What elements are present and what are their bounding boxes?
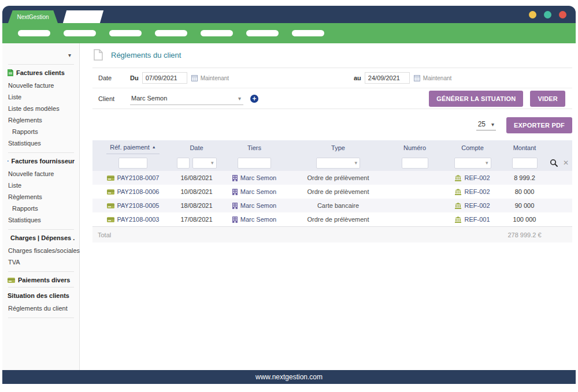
sidebar-item-reglements-du-client[interactable]: Réglements du client [8,303,75,314]
column-header-compte[interactable]: Compte [442,144,503,151]
now-link-to[interactable]: Maintenant [423,75,451,81]
nav-pill[interactable] [64,30,96,36]
client-select[interactable]: Marc Semon ▾ [130,92,243,105]
brand-tab[interactable]: NextGestion [8,10,58,23]
date-to-group: au Maintenant [354,72,451,84]
payment-montant: 80 000 [515,188,535,195]
nav-pill[interactable] [18,30,50,36]
tiers-link[interactable]: Marc Semon [240,202,276,209]
compte-link[interactable]: REF-002 [464,188,490,195]
sidebar-item-rapports-f[interactable]: Rapports [8,203,75,214]
nav-pill[interactable] [109,30,142,36]
window-close-button[interactable] [559,11,566,18]
sidebar-item-statistiques-f[interactable]: Statistiques [8,214,75,226]
column-label: Type [331,144,345,151]
divider [8,64,74,65]
filter-compte-select[interactable]: ▾ [454,158,491,169]
sidebar-item-charges-fiscales[interactable]: Charges fiscales/sociales [8,245,75,256]
nav-pill[interactable] [201,30,233,36]
building-icon [232,203,238,209]
sidebar-item-rapports[interactable]: Rapports [8,126,75,137]
tiers-link[interactable]: Marc Semon [240,216,276,223]
sidebar-item-liste-f[interactable]: Liste [8,180,75,191]
payment-ref-link[interactable]: PAY2108-0007 [117,174,160,181]
sidebar-item-reglements[interactable]: Règlements [8,114,75,126]
export-pdf-button[interactable]: EXPORTER PDF [506,117,572,133]
sidebar-company-select[interactable]: ▾ [8,49,75,61]
window-controls [529,11,566,18]
window-maximize-button[interactable] [544,11,551,18]
now-link-from[interactable]: Maintenant [201,75,229,81]
nav-pill[interactable] [246,30,279,36]
table-toolbar: 25 ▾ EXPORTER PDF [476,117,572,133]
building-icon [232,175,238,181]
sidebar-section-situation-clients[interactable]: Situation des clients [8,292,75,299]
payment-ref-link[interactable]: PAY2108-0005 [117,202,160,209]
column-header-date[interactable]: Date [173,144,220,151]
sidebar-section-factures-fournisseur[interactable]: Factures fournisseur [8,158,75,165]
sidebar-item-reglements-f[interactable]: Règlements [8,191,75,203]
compte-link[interactable]: REF-001 [464,216,490,223]
filter-montant-input[interactable] [512,158,538,169]
sidebar-item-statistiques[interactable]: Statistiques [8,137,75,149]
clear-button[interactable]: VIDER [530,91,565,107]
compte-link[interactable]: REF-002 [464,174,490,181]
date-label: Date [98,74,130,81]
filter-tiers-input[interactable] [238,158,271,169]
column-header-tiers[interactable]: Tiers [220,144,289,151]
column-label: Numéro [403,144,426,151]
chevron-down-icon: ▾ [491,121,494,128]
date-from-input[interactable] [142,72,187,84]
calendar-icon[interactable] [191,75,198,81]
table-filter-row: ▾ ▾ ▾ ✕ [92,155,572,171]
nav-pill[interactable] [155,30,187,36]
table-row[interactable]: PAY2108-0003 17/08/2021 Marc Semon Ordre… [92,212,572,226]
sidebar-item-liste[interactable]: Liste [8,91,75,103]
filter-numero-input[interactable] [402,158,428,169]
table-row[interactable]: PAY2108-0007 16/08/2021 Marc Semon Ordre… [92,171,572,185]
nav-pill[interactable] [292,30,324,36]
column-header-ref[interactable]: Réf. paiement ▲ [92,141,173,154]
sidebar-item-tva[interactable]: TVA [8,256,75,268]
tiers-link[interactable]: Marc Semon [240,188,276,195]
calendar-icon[interactable] [414,75,420,81]
section-label: Charges | Dépenses ... [10,234,75,241]
client-select-value: Marc Semon [131,95,167,102]
filter-type-select[interactable]: ▾ [316,158,360,169]
compte-link[interactable]: REF-002 [464,202,490,209]
sidebar-section-factures-clients[interactable]: Factures clients [8,69,75,76]
clear-filters-icon[interactable]: ✕ [563,159,569,167]
filter-ref-input[interactable] [118,158,147,169]
secondary-tab[interactable] [63,10,103,23]
search-icon[interactable] [550,159,558,167]
payment-ref-link[interactable]: PAY2108-0006 [117,188,160,195]
payment-ref-link[interactable]: PAY2108-0003 [117,216,160,223]
column-header-montant[interactable]: Montant [503,144,546,151]
window-minimize-button[interactable] [529,11,536,18]
filter-date-select[interactable]: ▾ [192,158,217,169]
sidebar-section-paiements-divers[interactable]: Paiements divers [8,277,75,283]
generate-situation-button[interactable]: GÉNÉRER LA SITUATION [429,91,523,107]
chevron-down-icon: ▾ [354,160,357,166]
bank-icon [455,216,461,223]
page-size-select[interactable]: 25 ▾ [476,120,496,130]
payment-type: Carte bancaire [317,202,359,209]
building-icon [232,189,238,195]
payment-date: 10/08/2021 [180,188,212,195]
filter-date-input[interactable] [177,158,190,169]
column-header-numero[interactable]: Numéro [387,144,442,151]
sidebar-item-nouvelle-facture-f[interactable]: Nouvelle facture [8,168,75,180]
section-label: Factures fournisseur [12,158,75,165]
sidebar-item-liste-des-modeles[interactable]: Liste des modèles [8,103,75,114]
tiers-link[interactable]: Marc Semon [240,174,276,181]
column-header-type[interactable]: Type [289,144,387,151]
table-row[interactable]: PAY2108-0006 10/08/2021 Marc Semon Ordre… [92,185,572,199]
payment-card-icon [107,203,114,208]
table-row[interactable]: PAY2108-0005 18/08/2021 Marc Semon Carte… [92,199,572,212]
payment-date: 16/08/2021 [180,174,212,181]
column-label: Compte [461,144,484,151]
date-to-input[interactable] [365,72,410,84]
add-client-button[interactable]: + [250,95,258,103]
sidebar-section-charges-depenses[interactable]: Charges | Dépenses ... [8,234,75,241]
sidebar-item-nouvelle-facture[interactable]: Nouvelle facture [8,80,75,91]
